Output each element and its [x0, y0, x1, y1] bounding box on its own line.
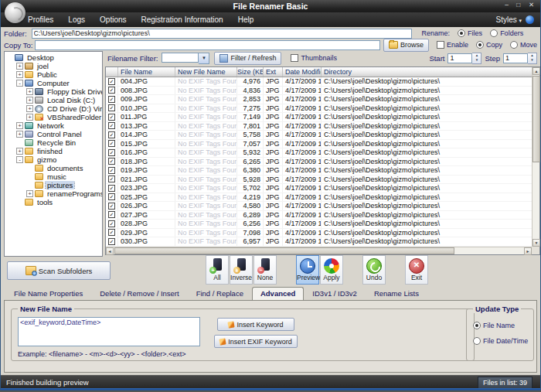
- row-checkbox[interactable]: ✓: [108, 211, 115, 218]
- scroll-left-icon[interactable]: ◄: [106, 247, 114, 255]
- tree-item[interactable]: tools: [5, 198, 102, 206]
- table-row[interactable]: ✓ 027.JPG No EXIF Tags Found 6,289 JPG 4…: [106, 211, 532, 220]
- action-button[interactable]: Inverse: [230, 255, 253, 285]
- menu-item[interactable]: Options: [100, 15, 126, 24]
- close-button[interactable]: ✕: [529, 1, 534, 9]
- menu-item[interactable]: Registration Information: [141, 15, 223, 24]
- row-checkbox[interactable]: ✓: [108, 122, 115, 129]
- tree-item[interactable]: + Local Disk (C:): [5, 96, 102, 104]
- minimize-button[interactable]: –: [505, 1, 509, 9]
- scroll-down-icon[interactable]: ▼: [532, 239, 540, 247]
- table-row[interactable]: ✓ 009.JPG No EXIF Tags Found 2,853 JPG 4…: [106, 95, 532, 104]
- scan-subfolders-button[interactable]: Scan Subfolders: [7, 261, 111, 280]
- tree-expander[interactable]: +: [16, 122, 23, 129]
- row-checkbox[interactable]: ✓: [108, 203, 115, 210]
- help-globe-icon[interactable]: [526, 15, 534, 24]
- table-row[interactable]: ✓ 030.JPG No EXIF Tags Found 6,957 JPG 4…: [106, 237, 532, 247]
- tree-expander[interactable]: +: [16, 148, 23, 155]
- tab[interactable]: ID3v1 / ID3v2: [304, 287, 366, 300]
- browse-button[interactable]: Browse: [383, 39, 429, 52]
- horizontal-scrollbar[interactable]: ◄ ►: [106, 247, 532, 254]
- row-checkbox[interactable]: ✓: [108, 238, 115, 245]
- filename-filter-select[interactable]: ▼: [162, 53, 209, 64]
- vertical-scrollbar[interactable]: ▲ ▼: [532, 67, 539, 247]
- table-row[interactable]: ✓ 015.JPG No EXIF Tags Found 7,057 JPG 4…: [106, 140, 532, 149]
- dropdown-arrow-icon[interactable]: ▼: [199, 53, 209, 64]
- tree-item[interactable]: + Control Panel: [5, 130, 102, 138]
- tree-expander[interactable]: +: [26, 105, 33, 112]
- enable-checkbox[interactable]: Enable: [437, 41, 468, 49]
- table-row[interactable]: ✓ 023.JPG No EXIF Tags Found 5,702 JPG 4…: [106, 184, 532, 193]
- tree-item[interactable]: documents: [5, 164, 102, 172]
- filename-filter-input[interactable]: [162, 53, 199, 63]
- scroll-right-icon[interactable]: ►: [524, 247, 532, 255]
- move-radio[interactable]: Move: [510, 41, 537, 49]
- update-file-date-radio[interactable]: File Date/Time: [473, 337, 528, 345]
- row-checkbox[interactable]: ✓: [108, 149, 115, 156]
- action-button[interactable]: Apply: [320, 255, 343, 285]
- tab[interactable]: File Name Properties: [5, 287, 91, 300]
- vertical-scroll-thumb[interactable]: [532, 76, 540, 162]
- header-date-modified[interactable]: Date Modified: [283, 67, 322, 77]
- styles-menu[interactable]: Styles ▾: [495, 15, 522, 24]
- thumbnails-checkbox[interactable]: Thumbnails: [291, 54, 337, 62]
- row-checkbox[interactable]: ✓: [108, 229, 115, 236]
- tree-expander[interactable]: +: [26, 88, 33, 95]
- row-checkbox[interactable]: ✓: [108, 220, 115, 227]
- menu-item[interactable]: Profiles: [28, 15, 53, 24]
- filter-refresh-button[interactable]: Filter / Refresh: [214, 52, 281, 65]
- tree-expander[interactable]: -: [16, 80, 23, 87]
- copy-radio[interactable]: Copy: [476, 41, 502, 49]
- tree-item[interactable]: + Network: [5, 121, 102, 130]
- tab[interactable]: Advanced: [252, 287, 304, 300]
- tree-expander[interactable]: +: [16, 71, 23, 78]
- table-row[interactable]: ✓ 011.JPG No EXIF Tags Found 7,149 JPG 4…: [106, 113, 532, 122]
- row-checkbox[interactable]: ✓: [108, 193, 115, 200]
- tree-item[interactable]: + joel: [5, 62, 102, 70]
- tree-expander[interactable]: +: [26, 114, 33, 121]
- row-checkbox[interactable]: ✓: [108, 104, 115, 111]
- row-checkbox[interactable]: ✓: [108, 78, 115, 85]
- table-row[interactable]: ✓ 013.JPG No EXIF Tags Found 7,801 JPG 4…: [106, 122, 532, 131]
- scroll-up-icon[interactable]: ▲: [532, 67, 540, 75]
- header-ext[interactable]: Ext: [264, 67, 283, 77]
- tree-item[interactable]: - Computer: [5, 79, 102, 87]
- start-stepper[interactable]: ▲▼: [472, 53, 481, 64]
- table-row[interactable]: ✓ 018.JPG No EXIF Tags Found 6,265 JPG 4…: [106, 158, 532, 167]
- table-row[interactable]: ✓ 008.JPG No EXIF Tags Found 4,836 JPG 4…: [106, 87, 532, 96]
- insert-keyword-button[interactable]: Insert Keyword: [217, 318, 294, 331]
- down-arrow-icon[interactable]: ▼: [472, 58, 481, 63]
- tree-item[interactable]: pictures: [5, 181, 102, 189]
- tree-item[interactable]: + Public: [5, 70, 102, 79]
- header-size[interactable]: Size (KB): [237, 67, 264, 77]
- row-checkbox[interactable]: ✓: [108, 140, 115, 147]
- table-row[interactable]: ✓ 019.JPG No EXIF Tags Found 6,380 JPG 4…: [106, 166, 532, 176]
- rename-files-radio[interactable]: Files: [458, 29, 482, 37]
- row-checkbox[interactable]: ✓: [108, 114, 115, 121]
- new-file-name-input[interactable]: <exif_keyword,DateTime>: [18, 317, 200, 346]
- step-input[interactable]: [503, 53, 528, 63]
- tree-expander[interactable]: +: [26, 97, 33, 104]
- header-new-file-name[interactable]: New File Name: [175, 67, 237, 77]
- table-row[interactable]: ✓ 016.JPG No EXIF Tags Found 5,932 JPG 4…: [106, 148, 532, 158]
- update-file-name-radio[interactable]: File Name: [473, 322, 515, 329]
- tree-item[interactable]: Desktop: [5, 53, 102, 62]
- down-arrow-icon[interactable]: ▼: [528, 58, 536, 63]
- action-button[interactable]: Preview: [296, 255, 319, 285]
- action-button[interactable]: Undo: [362, 255, 386, 285]
- table-row[interactable]: ✓ 029.JPG No EXIF Tags Found 7,098 JPG 4…: [106, 229, 532, 238]
- row-checkbox[interactable]: ✓: [108, 176, 115, 182]
- tree-item[interactable]: + renamePrograms: [5, 189, 102, 198]
- tab[interactable]: Rename Lists: [366, 287, 427, 300]
- action-button[interactable]: All: [206, 255, 229, 285]
- action-button[interactable]: Exit: [405, 255, 428, 285]
- tab[interactable]: Delete / Remove / Insert: [91, 287, 187, 300]
- tree-expander[interactable]: +: [16, 131, 23, 138]
- tree-item[interactable]: music: [5, 172, 102, 181]
- header-check-column[interactable]: [106, 67, 118, 77]
- tree-expander[interactable]: +: [26, 190, 33, 197]
- row-checkbox[interactable]: ✓: [108, 167, 115, 174]
- tree-expander[interactable]: -: [16, 156, 23, 163]
- table-row[interactable]: ✓ 028.JPG No EXIF Tags Found 6,256 JPG 4…: [106, 220, 532, 229]
- table-row[interactable]: ✓ 026.JPG No EXIF Tags Found 4,580 JPG 4…: [106, 202, 532, 211]
